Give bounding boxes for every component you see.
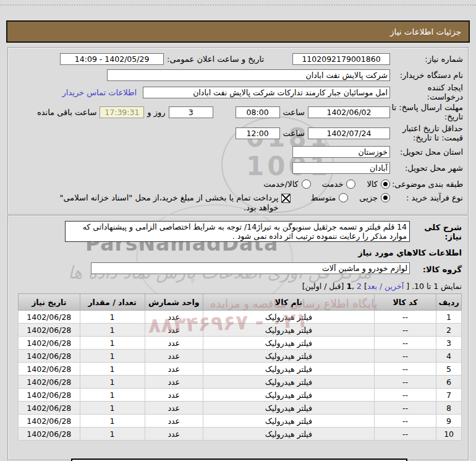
cell-quantity: 1 [80, 337, 145, 350]
validity-time-field[interactable]: 12:00 [236, 127, 280, 139]
row-general-description: شرح کلی نیاز: 14 قلم فیلتر و تسمه جرثقیل… [14, 221, 462, 242]
table-row: 6 -- فیلتر هیدرولیک عدد 1 1402/06/28 [19, 376, 462, 389]
pagination-page-2[interactable]: 2 [357, 282, 362, 291]
top-divider [0, 4, 476, 6]
general-description-textarea[interactable]: 14 قلم فیلتر و تسمه جرثقیل سنوبوگن به تی… [65, 221, 410, 242]
announce-datetime-field[interactable]: 14:09 - 1402/05/29 [60, 53, 164, 65]
cell-item-code: -- [374, 428, 436, 441]
creator-field[interactable]: امل موسائیان جبار کارمند تدارکات شرکت پا… [143, 87, 390, 98]
cell-item-code: -- [374, 376, 436, 389]
buyer-name-field[interactable]: شرکت پالایش نفت ابادان [107, 69, 390, 81]
cell-item-name: فیلتر هیدرولیک [203, 376, 375, 389]
creator-label: ایجاد کننده درخواست: [390, 83, 463, 101]
cell-item-name: فیلتر هیدرولیک [203, 428, 375, 441]
pagination-next-link[interactable]: آخرین / بعد [367, 282, 404, 291]
cell-need-date: 1402/06/28 [19, 389, 80, 402]
radio-label: خدمت [322, 179, 344, 189]
radio-icon[interactable] [339, 193, 348, 202]
cell-need-date: 1402/06/28 [19, 415, 80, 428]
radio-icon[interactable] [381, 179, 390, 189]
cell-need-date: 1402/06/28 [19, 376, 80, 389]
cell-item-code: -- [374, 350, 436, 363]
cell-need-date: 1402/06/28 [19, 363, 80, 376]
table-row: 10 -- فیلتر هیدرولیک عدد 1 1402/06/28 [19, 428, 462, 441]
cell-need-date: 1402/06/28 [19, 428, 80, 441]
deadline-time-field[interactable]: 08:00 [236, 106, 280, 118]
cell-row-number: 9 [436, 415, 462, 428]
city-field[interactable]: آبادان [292, 162, 390, 174]
cell-item-name: فیلتر هیدرولیک [203, 337, 375, 350]
pagination-prefix: نمایش 1 تا 10. [ [404, 282, 462, 291]
cell-quantity: 1 [80, 363, 145, 376]
checkbox-icon[interactable] [281, 194, 291, 203]
cell-unit: عدد [145, 389, 203, 402]
validity-date-field[interactable]: 1402/07/24 [308, 127, 390, 139]
table-row: 7 -- فیلتر هیدرولیک عدد 1 1402/06/28 [19, 389, 462, 402]
items-table: ردیف کد کالا نام کالا واحد شمارش تعداد /… [18, 293, 462, 441]
province-field[interactable]: خوزستان [292, 146, 390, 158]
table-row: 4 -- فیلتر هیدرولیک عدد 1 1402/06/28 [19, 350, 462, 363]
cell-row-number: 7 [436, 389, 462, 402]
treasury-checkbox-option[interactable]: پرداخت تمام یا بخشی از مبلغ خرید،از محل … [48, 192, 291, 213]
cell-quantity: 1 [80, 376, 145, 389]
row-goods-group: گروه کالا: لوازم خودرو و ماشین آلات [14, 262, 462, 274]
cell-quantity: 1 [80, 402, 145, 415]
table-header-row: ردیف کد کالا نام کالا واحد شمارش تعداد /… [19, 294, 462, 311]
row-buyer-name: نام دستگاه خریدار: شرکت پالایش نفت ابادا… [13, 67, 463, 83]
header-item-code: کد کالا [374, 294, 436, 311]
table-row: 5 -- فیلتر هیدرولیک عدد 1 1402/06/28 [19, 363, 462, 376]
row-price-validity: حداقل تاریخ اعتبار قیمت: تا تاریخ: 1402/… [13, 123, 463, 144]
radio-label: کالا [367, 179, 378, 189]
deadline-time-label: ساعت [283, 108, 305, 117]
goods-group-field[interactable]: لوازم خودرو و ماشین آلات [91, 262, 410, 274]
radio-icon[interactable] [381, 193, 390, 202]
goods-group-label: گروه کالا: [410, 263, 462, 274]
row-classification: طبقه بندی موضوعی: کالا خدمت کالا/خدمت [13, 176, 463, 192]
pagination-bracket: ] [362, 282, 367, 291]
deadline-label: مهلت ارسال پاسخ: تا تاریخ: [390, 103, 463, 121]
radio-option-medium[interactable]: متوسط [310, 192, 348, 202]
cell-unit: عدد [145, 402, 203, 415]
cell-unit: عدد [145, 363, 203, 376]
radio-option-goods-service[interactable]: کالا/خدمت [263, 179, 311, 189]
cell-need-date: 1402/06/28 [19, 311, 80, 324]
cell-item-name: فیلتر هیدرولیک [203, 350, 375, 363]
pagination-comma: , [352, 282, 357, 291]
header-row-number: ردیف [436, 294, 462, 311]
radio-option-service[interactable]: خدمت [322, 179, 356, 189]
cell-row-number: 4 [436, 350, 462, 363]
validity-time-label: ساعت [283, 129, 305, 138]
row-process-type: نوع فرآیند خرید : جزیی متوسط پرداخت تمام… [13, 192, 463, 214]
row-province: استان محل تحویل: خوزستان [13, 144, 463, 160]
radio-icon[interactable] [346, 179, 355, 189]
buyer-contact-link[interactable]: اطلاعات تماس خریدار [62, 88, 137, 97]
countdown-timer: 17:39:31 [100, 106, 144, 118]
hours-remaining-label: ساعت باقی مانده [37, 108, 96, 117]
cell-quantity: 1 [80, 415, 145, 428]
cell-quantity: 1 [80, 428, 145, 441]
buyer-name-label: نام دستگاه خریدار: [390, 71, 463, 80]
cell-row-number: 10 [436, 428, 462, 441]
city-label: شهر محل تحویل: [390, 163, 463, 173]
cell-item-name: فیلتر هیدرولیک [203, 311, 375, 324]
cell-item-name: فیلتر هیدرولیک [203, 402, 375, 415]
pagination-page-1-current: 1 [346, 282, 352, 291]
header-need-date: تاریخ نیاز [19, 294, 80, 311]
radio-label: جزیی [359, 193, 378, 202]
cell-quantity: 1 [80, 389, 145, 402]
cell-row-number: 6 [436, 376, 462, 389]
cell-quantity: 1 [80, 311, 145, 324]
need-number-label: شماره نیاز: [390, 54, 463, 64]
days-and-label: روز و [147, 108, 165, 117]
cell-item-code: -- [374, 363, 436, 376]
header-item-name: نام کالا [203, 294, 375, 311]
need-number-field[interactable]: 1102092179001860 [292, 53, 390, 65]
page-title-bar: جزئیات اطلاعات نیاز [6, 20, 470, 43]
process-type-label: نوع فرآیند خرید : [390, 192, 463, 202]
table-row: 9 -- فیلتر هیدرولیک عدد 1 1402/06/28 [19, 415, 462, 428]
radio-option-partial[interactable]: جزیی [359, 192, 390, 202]
cell-row-number: 1 [436, 311, 462, 324]
deadline-date-field[interactable]: 1402/06/02 [308, 106, 390, 118]
radio-icon[interactable] [302, 179, 311, 189]
radio-option-goods[interactable]: کالا [367, 179, 390, 189]
